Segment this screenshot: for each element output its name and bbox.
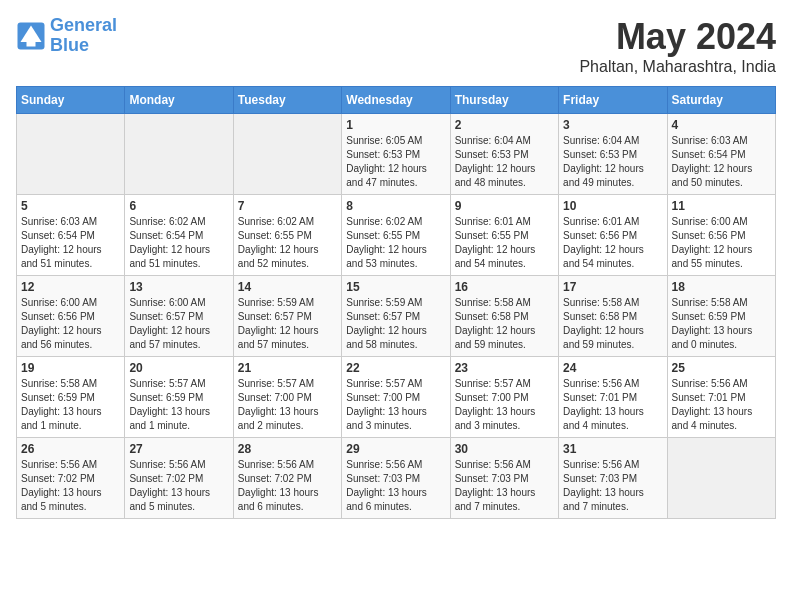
day-number: 6 (129, 199, 228, 213)
day-info: Sunrise: 6:03 AM Sunset: 6:54 PM Dayligh… (21, 215, 120, 271)
col-header-saturday: Saturday (667, 87, 775, 114)
col-header-friday: Friday (559, 87, 667, 114)
subtitle: Phaltan, Maharashtra, India (579, 58, 776, 76)
day-number: 22 (346, 361, 445, 375)
day-cell: 1Sunrise: 6:05 AM Sunset: 6:53 PM Daylig… (342, 114, 450, 195)
day-info: Sunrise: 5:58 AM Sunset: 6:58 PM Dayligh… (455, 296, 554, 352)
day-info: Sunrise: 6:05 AM Sunset: 6:53 PM Dayligh… (346, 134, 445, 190)
day-info: Sunrise: 5:57 AM Sunset: 7:00 PM Dayligh… (346, 377, 445, 433)
day-cell: 31Sunrise: 5:56 AM Sunset: 7:03 PM Dayli… (559, 438, 667, 519)
day-cell: 23Sunrise: 5:57 AM Sunset: 7:00 PM Dayli… (450, 357, 558, 438)
day-info: Sunrise: 5:56 AM Sunset: 7:01 PM Dayligh… (563, 377, 662, 433)
day-cell: 7Sunrise: 6:02 AM Sunset: 6:55 PM Daylig… (233, 195, 341, 276)
svg-rect-2 (27, 37, 36, 46)
day-info: Sunrise: 5:58 AM Sunset: 6:58 PM Dayligh… (563, 296, 662, 352)
day-cell: 22Sunrise: 5:57 AM Sunset: 7:00 PM Dayli… (342, 357, 450, 438)
logo-icon (16, 21, 46, 51)
day-number: 29 (346, 442, 445, 456)
logo-line2: Blue (50, 35, 89, 55)
day-number: 21 (238, 361, 337, 375)
col-header-tuesday: Tuesday (233, 87, 341, 114)
day-info: Sunrise: 6:02 AM Sunset: 6:55 PM Dayligh… (346, 215, 445, 271)
day-number: 10 (563, 199, 662, 213)
day-cell: 26Sunrise: 5:56 AM Sunset: 7:02 PM Dayli… (17, 438, 125, 519)
main-title: May 2024 (579, 16, 776, 58)
day-cell: 21Sunrise: 5:57 AM Sunset: 7:00 PM Dayli… (233, 357, 341, 438)
day-info: Sunrise: 5:58 AM Sunset: 6:59 PM Dayligh… (21, 377, 120, 433)
day-info: Sunrise: 6:00 AM Sunset: 6:56 PM Dayligh… (21, 296, 120, 352)
day-cell: 6Sunrise: 6:02 AM Sunset: 6:54 PM Daylig… (125, 195, 233, 276)
day-number: 28 (238, 442, 337, 456)
col-header-monday: Monday (125, 87, 233, 114)
day-number: 1 (346, 118, 445, 132)
day-number: 24 (563, 361, 662, 375)
day-number: 13 (129, 280, 228, 294)
day-cell: 24Sunrise: 5:56 AM Sunset: 7:01 PM Dayli… (559, 357, 667, 438)
day-cell: 20Sunrise: 5:57 AM Sunset: 6:59 PM Dayli… (125, 357, 233, 438)
page-header: General Blue May 2024 Phaltan, Maharasht… (16, 16, 776, 76)
week-row-2: 5Sunrise: 6:03 AM Sunset: 6:54 PM Daylig… (17, 195, 776, 276)
day-number: 19 (21, 361, 120, 375)
day-number: 11 (672, 199, 771, 213)
day-number: 16 (455, 280, 554, 294)
logo: General Blue (16, 16, 117, 56)
day-info: Sunrise: 6:04 AM Sunset: 6:53 PM Dayligh… (563, 134, 662, 190)
day-cell: 4Sunrise: 6:03 AM Sunset: 6:54 PM Daylig… (667, 114, 775, 195)
day-number: 14 (238, 280, 337, 294)
day-number: 7 (238, 199, 337, 213)
day-info: Sunrise: 5:56 AM Sunset: 7:03 PM Dayligh… (455, 458, 554, 514)
day-cell: 13Sunrise: 6:00 AM Sunset: 6:57 PM Dayli… (125, 276, 233, 357)
day-number: 12 (21, 280, 120, 294)
day-number: 26 (21, 442, 120, 456)
day-info: Sunrise: 5:56 AM Sunset: 7:02 PM Dayligh… (129, 458, 228, 514)
day-number: 20 (129, 361, 228, 375)
day-info: Sunrise: 5:57 AM Sunset: 6:59 PM Dayligh… (129, 377, 228, 433)
day-cell (667, 438, 775, 519)
day-number: 8 (346, 199, 445, 213)
day-number: 5 (21, 199, 120, 213)
day-cell: 28Sunrise: 5:56 AM Sunset: 7:02 PM Dayli… (233, 438, 341, 519)
day-info: Sunrise: 5:57 AM Sunset: 7:00 PM Dayligh… (455, 377, 554, 433)
day-info: Sunrise: 6:02 AM Sunset: 6:55 PM Dayligh… (238, 215, 337, 271)
day-info: Sunrise: 6:00 AM Sunset: 6:57 PM Dayligh… (129, 296, 228, 352)
day-info: Sunrise: 6:03 AM Sunset: 6:54 PM Dayligh… (672, 134, 771, 190)
week-row-5: 26Sunrise: 5:56 AM Sunset: 7:02 PM Dayli… (17, 438, 776, 519)
day-cell: 19Sunrise: 5:58 AM Sunset: 6:59 PM Dayli… (17, 357, 125, 438)
day-number: 2 (455, 118, 554, 132)
day-cell: 25Sunrise: 5:56 AM Sunset: 7:01 PM Dayli… (667, 357, 775, 438)
day-number: 30 (455, 442, 554, 456)
day-info: Sunrise: 6:01 AM Sunset: 6:55 PM Dayligh… (455, 215, 554, 271)
day-cell: 3Sunrise: 6:04 AM Sunset: 6:53 PM Daylig… (559, 114, 667, 195)
day-cell (17, 114, 125, 195)
header-row: SundayMondayTuesdayWednesdayThursdayFrid… (17, 87, 776, 114)
day-number: 9 (455, 199, 554, 213)
title-block: May 2024 Phaltan, Maharashtra, India (579, 16, 776, 76)
day-cell (125, 114, 233, 195)
day-cell: 16Sunrise: 5:58 AM Sunset: 6:58 PM Dayli… (450, 276, 558, 357)
day-cell: 8Sunrise: 6:02 AM Sunset: 6:55 PM Daylig… (342, 195, 450, 276)
day-cell: 17Sunrise: 5:58 AM Sunset: 6:58 PM Dayli… (559, 276, 667, 357)
day-cell: 18Sunrise: 5:58 AM Sunset: 6:59 PM Dayli… (667, 276, 775, 357)
day-number: 25 (672, 361, 771, 375)
day-info: Sunrise: 5:56 AM Sunset: 7:03 PM Dayligh… (346, 458, 445, 514)
day-info: Sunrise: 5:56 AM Sunset: 7:02 PM Dayligh… (238, 458, 337, 514)
col-header-wednesday: Wednesday (342, 87, 450, 114)
day-info: Sunrise: 6:02 AM Sunset: 6:54 PM Dayligh… (129, 215, 228, 271)
week-row-1: 1Sunrise: 6:05 AM Sunset: 6:53 PM Daylig… (17, 114, 776, 195)
logo-text: General Blue (50, 16, 117, 56)
day-info: Sunrise: 5:59 AM Sunset: 6:57 PM Dayligh… (238, 296, 337, 352)
day-number: 23 (455, 361, 554, 375)
day-cell: 10Sunrise: 6:01 AM Sunset: 6:56 PM Dayli… (559, 195, 667, 276)
day-number: 15 (346, 280, 445, 294)
day-cell: 27Sunrise: 5:56 AM Sunset: 7:02 PM Dayli… (125, 438, 233, 519)
week-row-3: 12Sunrise: 6:00 AM Sunset: 6:56 PM Dayli… (17, 276, 776, 357)
day-info: Sunrise: 5:58 AM Sunset: 6:59 PM Dayligh… (672, 296, 771, 352)
day-cell: 5Sunrise: 6:03 AM Sunset: 6:54 PM Daylig… (17, 195, 125, 276)
day-number: 18 (672, 280, 771, 294)
day-number: 17 (563, 280, 662, 294)
day-cell: 29Sunrise: 5:56 AM Sunset: 7:03 PM Dayli… (342, 438, 450, 519)
day-cell: 11Sunrise: 6:00 AM Sunset: 6:56 PM Dayli… (667, 195, 775, 276)
day-cell: 9Sunrise: 6:01 AM Sunset: 6:55 PM Daylig… (450, 195, 558, 276)
logo-line1: General (50, 15, 117, 35)
day-info: Sunrise: 6:01 AM Sunset: 6:56 PM Dayligh… (563, 215, 662, 271)
